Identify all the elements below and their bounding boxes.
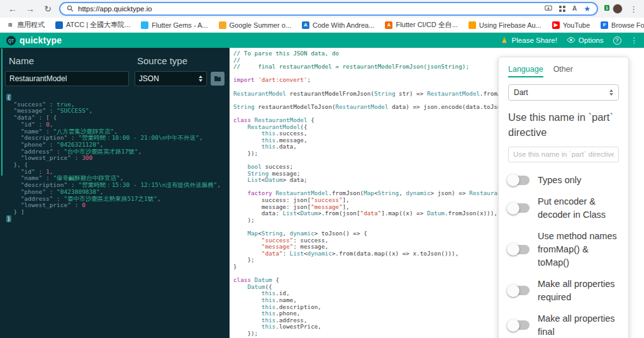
- extensions-area: 61 ⋮: [607, 4, 638, 14]
- profile-avatar[interactable]: [613, 4, 623, 14]
- open-file-button[interactable]: [211, 72, 225, 86]
- url-text[interactable]: https://app.quicktype.io: [78, 5, 540, 13]
- bookmark-favicon: A: [385, 21, 392, 29]
- browser-menu-icon[interactable]: ⋮: [630, 4, 638, 14]
- part-directive-input[interactable]: [508, 147, 619, 162]
- toggle-knob: [507, 243, 519, 256]
- toggle-row: Make all properties final: [508, 312, 619, 338]
- search-icon: [67, 3, 74, 14]
- toggle-row: Types only: [508, 174, 619, 187]
- bookmark-favicon: [219, 21, 226, 29]
- options-button[interactable]: Options: [567, 37, 604, 44]
- code-line: "lowest_price" : 300: [6, 155, 230, 162]
- editor-accent-line: [1, 48, 3, 176]
- tab-other[interactable]: Other: [553, 65, 573, 77]
- source-type-value: JSON: [139, 74, 159, 83]
- bookmark-label: Using Firebase Au...: [479, 21, 541, 29]
- bookmark-star-icon[interactable]: ★: [584, 5, 591, 13]
- toggle-label: Put encoder & decoder in Class: [538, 195, 619, 222]
- back-icon[interactable]: ←: [6, 4, 19, 13]
- select-arrows-icon: [199, 76, 203, 82]
- bookmark-label: Code With Andrea...: [313, 21, 374, 29]
- code-line: } ]: [6, 209, 230, 216]
- tab-language[interactable]: Language: [508, 65, 543, 77]
- bookmark-item[interactable]: F Browse Fonts - G...: [601, 21, 644, 29]
- quicktype-logo: QT: [6, 36, 16, 45]
- bookmark-label: Browse Fonts - G...: [611, 21, 644, 29]
- address-bar[interactable]: https://app.quicktype.io A ★: [59, 2, 598, 16]
- toggle-label: Make all properties required: [538, 278, 619, 304]
- bookmark-item[interactable]: A Flutter CI/CD 全自...: [385, 20, 457, 30]
- toggle-knob: [507, 202, 519, 215]
- toggle-knob: [507, 284, 519, 297]
- toggle-row: Use method names fromMap() & toMap(): [508, 230, 619, 269]
- bookmark-favicon: ▶: [552, 21, 560, 29]
- bookmark-item[interactable]: Google Summer o...: [219, 21, 291, 29]
- toggle-switch[interactable]: [508, 286, 530, 295]
- forward-icon[interactable]: →: [24, 4, 36, 13]
- bookmark-label: ATCC | 全國大專院...: [66, 20, 130, 30]
- toggle-switch[interactable]: [508, 320, 530, 330]
- bookmark-item[interactable]: Using Firebase Au...: [469, 21, 541, 29]
- toggle-label: Make all properties final: [538, 312, 619, 338]
- please-share-label: Please Share!: [512, 37, 557, 44]
- header-menu-icon[interactable]: ⋮: [631, 36, 638, 45]
- bookmark-favicon: [469, 21, 476, 29]
- toggle-knob: [507, 319, 519, 332]
- toggle-switch[interactable]: [508, 176, 530, 185]
- bookmark-label: YouTube: [563, 21, 590, 29]
- bookmark-favicon: F: [601, 21, 608, 29]
- select-arrows-icon: [609, 89, 613, 96]
- folder-icon: [214, 73, 221, 84]
- language-select[interactable]: Dart: [508, 84, 619, 101]
- pray-emoji-icon: 🙏: [500, 37, 509, 45]
- bookmark-label: Google Summer o...: [230, 21, 291, 29]
- bookmark-item[interactable]: ATCC | 全國大專院...: [55, 20, 130, 30]
- app-title: quicktype: [19, 35, 62, 45]
- bookmark-item[interactable]: ▶ YouTube: [552, 21, 590, 29]
- toggle-row: Make all properties required: [508, 278, 619, 304]
- code-line: "lowest_price" : 0: [6, 202, 230, 209]
- bookmark-favicon: ⊞: [6, 21, 14, 29]
- bookmark-item[interactable]: ⊞ 應用程式: [6, 20, 45, 30]
- source-type-select[interactable]: JSON: [135, 71, 208, 86]
- bookmark-favicon: A: [302, 21, 309, 29]
- tab-groups-icon[interactable]: [559, 6, 565, 12]
- app-header: QT quicktype 🙏 Please Share! Options ? ⋮: [0, 33, 644, 48]
- browser-toolbar: ← → ↻ https://app.quicktype.io A ★ 61 ⋮: [0, 0, 644, 18]
- source-panel: Name Source type JSON { "suc: [0, 48, 230, 338]
- toggles-list: Types only Put encoder & decoder in Clas…: [508, 174, 619, 338]
- toggle-label: Use method names fromMap() & toMap(): [538, 230, 619, 269]
- bookmark-label: Flutter Gems - A...: [152, 21, 208, 29]
- toggle-switch[interactable]: [508, 245, 530, 254]
- bookmark-item[interactable]: A Code With Andrea...: [302, 21, 374, 29]
- translate-icon[interactable]: A: [572, 6, 577, 12]
- options-tabs: Language Other: [508, 65, 619, 77]
- name-input[interactable]: [5, 71, 129, 86]
- install-app-icon[interactable]: [545, 3, 552, 14]
- toggle-switch[interactable]: [508, 203, 530, 213]
- help-button[interactable]: ?: [613, 37, 621, 45]
- language-value: Dart: [514, 88, 528, 97]
- bookmark-label: Flutter CI/CD 全自...: [396, 20, 457, 30]
- eye-icon: [567, 37, 575, 44]
- toggle-label: Types only: [538, 174, 581, 187]
- bookmark-favicon: [55, 21, 63, 29]
- code-line: }: [6, 216, 230, 223]
- extension-badge: 1: [604, 5, 609, 11]
- bookmark-label: 應用程式: [17, 20, 45, 30]
- options-label: Options: [579, 37, 604, 44]
- toggle-row: Put encoder & decoder in Class: [508, 195, 619, 222]
- code-line: // To parse this JSON data, do: [233, 50, 644, 57]
- bookmark-favicon: [141, 21, 148, 29]
- json-editor[interactable]: { "success" : true, "message" : "SUCCESS…: [0, 94, 230, 222]
- name-label: Name: [9, 55, 137, 66]
- reload-icon[interactable]: ↻: [42, 4, 54, 13]
- toggle-knob: [507, 174, 519, 186]
- please-share-button[interactable]: 🙏 Please Share!: [500, 37, 557, 45]
- bookmark-item[interactable]: Flutter Gems - A...: [141, 21, 208, 29]
- part-directive-label: Use this name in `part` directive: [508, 110, 619, 140]
- bookmarks-bar: ⊞ 應用程式 ATCC | 全國大專院... Flutter Gems - A.…: [0, 18, 644, 33]
- options-panel: Language Other Dart Use this name in `pa…: [498, 57, 629, 338]
- main-area: Name Source type JSON { "suc: [0, 48, 644, 338]
